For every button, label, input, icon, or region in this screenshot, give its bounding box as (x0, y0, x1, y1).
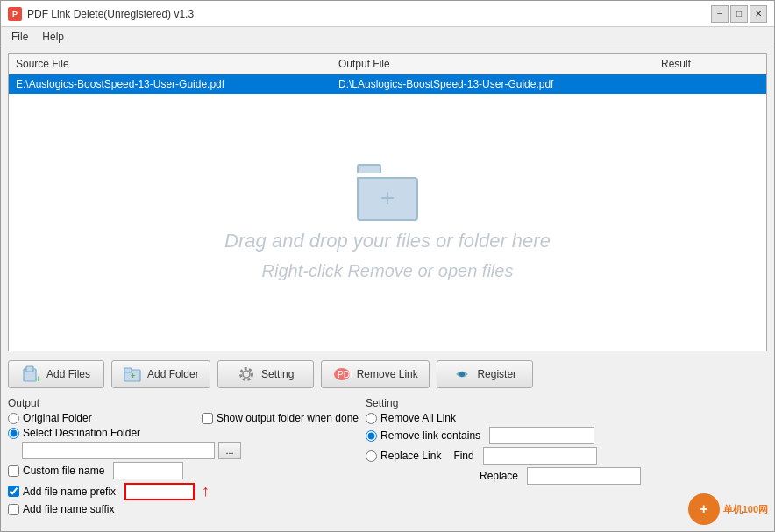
file-list-header: Source File Output File Result (9, 54, 766, 74)
cell-output: D:\LAuslogics-BoostSpeed-13-User-Guide.p… (335, 76, 658, 92)
app-icon: P (8, 7, 22, 21)
watermark: + 单机100网 (688, 493, 768, 525)
add-prefix-row: Add file name prefix 新 ↑ (8, 482, 359, 500)
svg-text:+: + (36, 374, 41, 384)
add-files-label: Add Files (46, 368, 90, 380)
title-bar: P PDF Link Delete(Unregistered) v1.3 − □… (1, 1, 774, 27)
register-button[interactable]: Register (437, 360, 533, 388)
find-label: Find (453, 450, 473, 462)
cell-source: E:\Auslogics-BoostSpeed-13-User-Guide.pd… (12, 76, 335, 92)
select-dest-radio-label[interactable]: Select Destination Folder (8, 427, 140, 439)
custom-file-checkbox-label[interactable]: Custom file name (8, 465, 104, 477)
custom-file-text: Custom file name (23, 465, 104, 477)
drop-zone[interactable]: + Drag and drop your files or folder her… (9, 94, 766, 351)
add-suffix-row: Add file name suffix (8, 503, 359, 515)
menu-bar: File Help (1, 27, 774, 46)
remove-contains-radio[interactable] (366, 430, 377, 442)
select-dest-radio[interactable] (8, 428, 19, 439)
remove-link-icon: PDF (332, 365, 352, 384)
minimize-button[interactable]: − (711, 5, 729, 23)
add-files-icon: + (22, 365, 41, 384)
close-button[interactable]: ✕ (750, 5, 767, 23)
folder-icon: + (352, 164, 423, 221)
setting-label: Setting (261, 368, 294, 380)
table-row[interactable]: E:\Auslogics-BoostSpeed-13-User-Guide.pd… (9, 74, 766, 94)
original-folder-radio-label[interactable]: Original Folder (8, 412, 92, 424)
svg-text:PDF: PDF (338, 370, 352, 379)
remove-link-button[interactable]: PDF Remove Link (321, 360, 430, 388)
remove-contains-radio-label[interactable]: Remove link contains (366, 429, 480, 442)
col-result: Result (658, 56, 763, 72)
replace-link-row: Replace Link Find www.danji100.com (366, 447, 716, 465)
watermark-logo: + (688, 493, 720, 525)
app-title: PDF Link Delete(Unregistered) v1.3 (27, 8, 194, 20)
select-dest-row: Select Destination Folder (8, 427, 359, 439)
original-folder-row: Original Folder Show output folder when … (8, 412, 359, 424)
add-folder-button[interactable]: + Add Folder (111, 360, 210, 388)
remove-contains-input[interactable] (489, 427, 594, 444)
drop-text-primary: Drag and drop your files or folder here (224, 230, 551, 252)
original-folder-radio[interactable] (8, 413, 19, 424)
setting-section-label: Setting (366, 397, 716, 409)
main-content: Source File Output File Result E:\Auslog… (1, 46, 774, 532)
drop-text-secondary: Right-click Remove or open files (262, 261, 514, 281)
replace-label: Replace (480, 470, 518, 482)
setting-button[interactable]: Setting (217, 360, 314, 388)
window-controls: − □ ✕ (711, 5, 767, 23)
replace-row: Replace www.baidu.com (480, 467, 716, 485)
add-folder-label: Add Folder (147, 368, 199, 380)
folder-path-input[interactable]: D:\ (22, 442, 215, 459)
add-prefix-checkbox-label[interactable]: Add file name prefix (8, 486, 116, 498)
add-suffix-text: Add file name suffix (23, 503, 115, 515)
remove-all-radio[interactable] (366, 413, 377, 424)
add-prefix-checkbox[interactable] (8, 486, 19, 497)
maximize-button[interactable]: □ (730, 5, 748, 23)
register-icon (452, 365, 472, 384)
original-folder-text: Original Folder (23, 412, 92, 424)
prefix-input[interactable]: 新 (124, 483, 195, 500)
add-prefix-text: Add file name prefix (23, 486, 116, 498)
remove-contains-text: Remove link contains (380, 429, 480, 442)
register-label: Register (477, 368, 516, 380)
remove-contains-row: Remove link contains (366, 427, 716, 444)
browse-button[interactable]: ... (218, 442, 241, 459)
file-list-container: Source File Output File Result E:\Auslog… (8, 53, 767, 351)
remove-all-radio-label[interactable]: Remove All Link (366, 412, 456, 424)
show-output-checkbox-label[interactable]: Show output folder when done (202, 412, 359, 424)
toolbar: + Add Files + Add Folder Set (8, 357, 767, 392)
custom-file-checkbox[interactable] (8, 465, 19, 477)
menu-help[interactable]: Help (35, 29, 71, 45)
svg-text:+: + (131, 372, 135, 380)
show-output-checkbox[interactable] (202, 413, 213, 424)
custom-file-input[interactable] (113, 462, 183, 479)
add-files-button[interactable]: + Add Files (8, 360, 104, 388)
replace-input[interactable]: www.baidu.com (527, 467, 641, 485)
setting-icon (237, 365, 256, 384)
folder-path-row: D:\ ... (22, 442, 359, 459)
svg-point-10 (459, 372, 465, 377)
svg-point-6 (243, 371, 250, 378)
svg-rect-1 (26, 366, 33, 372)
show-output-text: Show output folder when done (217, 412, 359, 424)
add-suffix-checkbox-label[interactable]: Add file name suffix (8, 503, 115, 515)
col-source: Source File (12, 56, 335, 72)
find-input[interactable]: www.danji100.com (483, 447, 597, 465)
title-bar-left: P PDF Link Delete(Unregistered) v1.3 (8, 7, 194, 21)
add-folder-icon: + (123, 365, 142, 384)
folder-plus-icon: + (380, 186, 395, 210)
add-suffix-checkbox[interactable] (8, 504, 19, 515)
remove-all-text: Remove All Link (380, 412, 456, 424)
bottom-panels: Output Original Folder Show output folde… (8, 397, 767, 518)
setting-panel: Setting Remove All Link Remove link cont… (366, 397, 716, 518)
replace-link-text: Replace Link (380, 450, 441, 462)
red-arrow-icon: ↑ (202, 482, 210, 500)
replace-link-radio-label[interactable]: Replace Link (366, 450, 441, 462)
output-section-label: Output (8, 397, 359, 409)
custom-file-row: Custom file name (8, 462, 359, 479)
output-panel: Output Original Folder Show output folde… (8, 397, 359, 518)
menu-file[interactable]: File (4, 29, 35, 45)
select-dest-text: Select Destination Folder (23, 427, 140, 439)
cell-result (658, 76, 763, 92)
col-output: Output File (335, 56, 658, 72)
replace-link-radio[interactable] (366, 450, 377, 462)
